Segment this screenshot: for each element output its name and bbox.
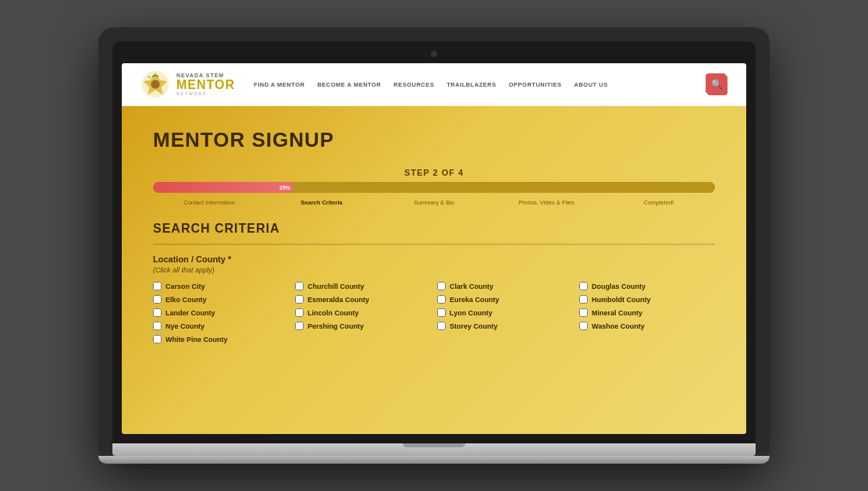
- nav-resources[interactable]: RESOURCES: [393, 81, 434, 88]
- laptop-frame: NEVADA STEM MENTOR NETWORK FIND A MENTOR…: [98, 27, 770, 464]
- location-label: Location / County *: [153, 254, 715, 264]
- progress-bar-container: 25%: [153, 182, 715, 193]
- county-item-16: White Pine County: [153, 335, 289, 343]
- screen: NEVADA STEM MENTOR NETWORK FIND A MENTOR…: [122, 63, 746, 434]
- step-label-photos: Photos, Video & Files: [490, 199, 603, 206]
- county-checkbox-16[interactable]: [153, 335, 162, 343]
- county-item-12: Nye County: [153, 322, 289, 330]
- county-checkbox-12[interactable]: [153, 322, 162, 330]
- county-checkbox-11[interactable]: [579, 308, 588, 317]
- network-text: NETWORK: [176, 92, 235, 97]
- county-checkbox-0[interactable]: [153, 282, 162, 290]
- county-item-1: Churchill County: [295, 282, 431, 290]
- county-label-1: Churchill County: [308, 283, 365, 290]
- county-label-15: Washoe County: [592, 322, 645, 330]
- step-labels: Contact Information Search Criteria Summ…: [153, 199, 715, 206]
- county-item-0: Carson City: [153, 282, 289, 290]
- county-item-5: Esmeralda County: [295, 295, 431, 304]
- logo-text: NEVADA STEM MENTOR NETWORK: [176, 73, 235, 97]
- step-label-completed: Completed!: [603, 199, 715, 206]
- county-label-7: Humboldt County: [592, 296, 651, 304]
- page-title: MENTOR SIGNUP: [153, 128, 715, 152]
- county-label-5: Esmeralda County: [308, 296, 369, 304]
- section-title: SEARCH CRITERIA: [153, 222, 715, 245]
- laptop-base: [98, 456, 770, 464]
- county-label-11: Mineral County: [592, 309, 642, 317]
- nav-links: FIND A MENTOR BECOME A MENTOR RESOURCES …: [254, 81, 706, 88]
- county-item-9: Lincoln County: [295, 308, 431, 317]
- county-label-8: Lander County: [165, 309, 215, 317]
- navbar: NEVADA STEM MENTOR NETWORK FIND A MENTOR…: [122, 63, 746, 106]
- step-label-summary: Summary & Bio: [378, 199, 490, 206]
- county-checkbox-15[interactable]: [579, 322, 588, 330]
- nevada-stem-text: NEVADA STEM: [176, 73, 235, 79]
- county-checkbox-3[interactable]: [579, 282, 588, 290]
- county-item-3: Douglas County: [579, 282, 715, 290]
- laptop-bottom: [112, 443, 756, 456]
- county-checkbox-6[interactable]: [437, 295, 446, 304]
- county-checkbox-8[interactable]: [153, 308, 162, 317]
- county-checkbox-13[interactable]: [295, 322, 304, 330]
- nav-trailblazers[interactable]: TRAILBLAZERS: [446, 81, 496, 88]
- nav-find-mentor[interactable]: FIND A MENTOR: [254, 81, 304, 88]
- county-item-15: Washoe County: [579, 322, 715, 330]
- logo: NEVADA STEM MENTOR NETWORK: [141, 69, 235, 99]
- county-label-16: White Pine County: [165, 336, 228, 343]
- search-button[interactable]: 🔍: [706, 73, 727, 95]
- county-checkbox-4[interactable]: [153, 295, 162, 304]
- screen-bezel: NEVADA STEM MENTOR NETWORK FIND A MENTOR…: [112, 41, 756, 443]
- county-label-12: Nye County: [165, 322, 205, 330]
- mentor-text: MENTOR: [176, 78, 235, 92]
- step-label-contact: Contact Information: [153, 199, 265, 206]
- county-checkbox-14[interactable]: [437, 322, 446, 330]
- county-label-3: Douglas County: [592, 283, 646, 290]
- svg-point-2: [151, 80, 159, 88]
- laptop-notch: [403, 443, 465, 447]
- county-item-7: Humboldt County: [579, 295, 715, 304]
- nav-opportunities[interactable]: OPPORTUNITIES: [509, 81, 562, 88]
- county-label-13: Pershing County: [308, 322, 364, 330]
- county-checkbox-10[interactable]: [437, 308, 446, 317]
- county-checkbox-7[interactable]: [579, 295, 588, 304]
- search-icon: 🔍: [711, 79, 723, 90]
- county-checkbox-grid: Carson City Churchill County Clark Count…: [153, 282, 715, 343]
- county-label-6: Eureka County: [450, 296, 500, 304]
- county-item-11: Mineral County: [579, 308, 715, 317]
- county-label-4: Elko County: [165, 296, 207, 304]
- progress-bar-fill: 25%: [153, 182, 293, 193]
- county-item-13: Pershing County: [295, 322, 431, 330]
- county-checkbox-9[interactable]: [295, 308, 304, 317]
- progress-label: 25%: [279, 185, 290, 190]
- county-item-2: Clark County: [437, 282, 573, 290]
- county-label-2: Clark County: [450, 283, 493, 290]
- county-checkbox-5[interactable]: [295, 295, 304, 304]
- county-checkbox-2[interactable]: [437, 282, 446, 290]
- county-item-4: Elko County: [153, 295, 289, 304]
- county-item-14: Storey County: [437, 322, 573, 330]
- county-item-10: Lyon County: [437, 308, 573, 317]
- nav-become-mentor[interactable]: BECOME A MENTOR: [317, 81, 381, 88]
- county-label-0: Carson City: [165, 283, 205, 290]
- location-sublabel: (Click all that apply): [153, 266, 715, 274]
- logo-icon: [141, 69, 170, 99]
- county-label-10: Lyon County: [450, 309, 493, 317]
- step-info: STEP 2 OF 4: [153, 168, 715, 177]
- step-label-search: Search Criteria: [265, 199, 378, 206]
- county-label-14: Storey County: [450, 322, 498, 330]
- county-item-8: Lander County: [153, 308, 289, 317]
- nav-about-us[interactable]: ABOUT US: [575, 81, 608, 88]
- main-content: MENTOR SIGNUP STEP 2 OF 4 25% Contact In…: [122, 106, 746, 434]
- county-checkbox-1[interactable]: [295, 282, 304, 290]
- county-item-6: Eureka County: [437, 295, 573, 304]
- county-label-9: Lincoln County: [308, 309, 359, 317]
